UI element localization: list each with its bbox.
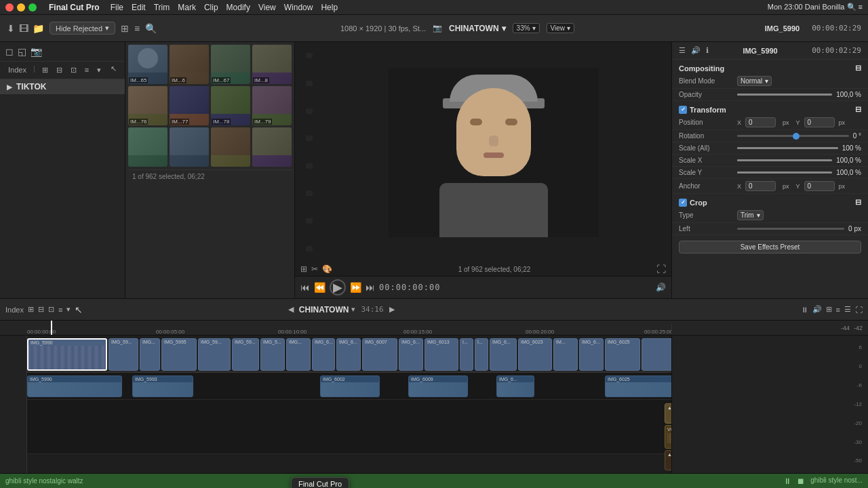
libraries-icon[interactable]: 🎞 bbox=[19, 23, 28, 34]
clip-i1[interactable]: I... bbox=[460, 338, 473, 371]
clip-img5993[interactable]: IMG_59... bbox=[108, 338, 138, 371]
timeline-tb-icon5[interactable]: ▾ bbox=[66, 305, 71, 314]
audio-clip-6x[interactable]: IMG_6... bbox=[496, 375, 534, 397]
timeline-project-chevron[interactable]: ▾ bbox=[351, 305, 355, 314]
timeline-view-icon1[interactable]: ⊞ bbox=[826, 305, 832, 314]
view-selector[interactable]: View ▾ bbox=[547, 23, 575, 33]
crop-checkbox[interactable]: ✓ bbox=[679, 199, 687, 207]
sidebar-nav-btn2[interactable]: ⊟ bbox=[54, 64, 65, 76]
preview-expand-icon[interactable]: ⛶ bbox=[656, 264, 666, 274]
clip-img-7[interactable]: IMG_5... bbox=[260, 338, 285, 371]
play-forward-icon[interactable]: ⏭ bbox=[366, 282, 375, 293]
clip-img6023[interactable]: IMG_6023 bbox=[518, 338, 552, 371]
sidebar-nav-btn5[interactable]: ▾ bbox=[94, 64, 104, 76]
browser-thumb-8[interactable]: IM...8 bbox=[252, 45, 292, 84]
sidebar-nav-btn1[interactable]: ⊞ bbox=[39, 64, 51, 76]
sidebar-icon-2[interactable]: ◱ bbox=[18, 46, 26, 57]
clip-img6025[interactable]: IMG_6025 bbox=[605, 338, 640, 371]
timeline-expand-icon[interactable]: ⛶ bbox=[855, 306, 863, 314]
preview-color-icon[interactable]: 🎨 bbox=[322, 264, 332, 274]
clip-img6013[interactable]: IMG_6013 bbox=[425, 338, 458, 371]
timeline-volume-icon[interactable]: 🔊 bbox=[812, 305, 822, 314]
menu-modify[interactable]: Modify bbox=[226, 3, 250, 12]
menu-clip[interactable]: Clip bbox=[204, 3, 218, 12]
audio-icon[interactable]: 🔊 bbox=[656, 283, 666, 292]
menu-edit[interactable]: Edit bbox=[132, 3, 146, 12]
inspector-video-icon[interactable]: ☰ bbox=[679, 46, 686, 55]
clip-img-12[interactable]: IMG_6... bbox=[399, 338, 423, 371]
audio-clip-5993[interactable]: IMG_5993 bbox=[132, 375, 193, 397]
preview-tool-icon[interactable]: ✂ bbox=[311, 264, 318, 274]
import-icon[interactable]: ⬇ bbox=[7, 23, 15, 34]
clip-img-10[interactable]: IMG_6... bbox=[336, 338, 361, 371]
browser-thumb-77[interactable]: IM...77 bbox=[170, 86, 209, 125]
vo-clip-4-wave[interactable]: VO-4 bbox=[665, 425, 671, 449]
rotation-slider[interactable] bbox=[737, 135, 849, 137]
menu-window[interactable]: Window bbox=[284, 3, 313, 12]
inspector-info-icon[interactable]: ℹ bbox=[706, 46, 709, 55]
music-stop-icon[interactable]: ⏹ bbox=[797, 476, 805, 486]
menu-trim[interactable]: Trim bbox=[154, 3, 170, 12]
browser-thumb-r3-3[interactable] bbox=[211, 127, 250, 167]
minimize-button[interactable] bbox=[17, 3, 25, 12]
timeline-tb-icon1[interactable]: ⊞ bbox=[28, 305, 34, 314]
close-button[interactable] bbox=[5, 3, 14, 12]
crop-collapse-icon[interactable]: ⊟ bbox=[855, 198, 861, 207]
sidebar-nav-index[interactable]: Index bbox=[5, 64, 29, 76]
filter-dropdown[interactable]: Hide Rejected ▾ bbox=[50, 22, 115, 35]
vo-clip-16[interactable]: ▲ VO-16 bbox=[665, 450, 671, 470]
audio-clip-6009[interactable]: IMG_6009 bbox=[408, 375, 468, 397]
timeline-view-icon3[interactable]: ☰ bbox=[844, 305, 851, 314]
clip-img6007[interactable]: IMG_6007 bbox=[362, 338, 397, 371]
timeline-view-icon2[interactable]: ≡ bbox=[836, 306, 840, 314]
sidebar-nav-btn4[interactable]: ≡ bbox=[82, 64, 92, 76]
sidebar-icon-1[interactable]: ◻ bbox=[5, 46, 14, 57]
menu-help[interactable]: Help bbox=[321, 3, 338, 12]
clip-img-19[interactable]: IMG_6... bbox=[579, 338, 604, 371]
timeline-playhead[interactable] bbox=[51, 321, 52, 335]
menu-mark[interactable]: Mark bbox=[178, 3, 196, 12]
sidebar-item-tiktok[interactable]: ▶ TIKTOK bbox=[0, 79, 125, 94]
scale-all-slider[interactable] bbox=[737, 147, 838, 149]
timeline-tb-cursor[interactable]: ↖ bbox=[75, 304, 83, 315]
clip-img-16[interactable]: IMG_6... bbox=[490, 338, 517, 371]
media-icon[interactable]: 📁 bbox=[33, 23, 44, 34]
timeline-next-icon[interactable]: ▶ bbox=[389, 305, 395, 314]
music-play-icon[interactable]: ⏸ bbox=[783, 476, 791, 486]
clip-img5995[interactable]: IMG_5995 bbox=[161, 338, 197, 371]
audio-clip-6002[interactable]: IMG_6002 bbox=[320, 375, 380, 397]
scale-x-slider[interactable] bbox=[737, 159, 832, 161]
position-y-input[interactable] bbox=[804, 117, 835, 127]
browser-thumb-r3-4[interactable] bbox=[252, 127, 292, 167]
clip-img-6[interactable]: IMG_59... bbox=[232, 338, 259, 371]
browser-thumb-r3-2[interactable] bbox=[170, 127, 209, 167]
anchor-y-input[interactable] bbox=[804, 181, 835, 191]
clip-img5990[interactable]: IMG_5990 bbox=[27, 338, 107, 371]
opacity-slider[interactable] bbox=[737, 94, 832, 96]
compositing-collapse-icon[interactable]: ⊟ bbox=[855, 64, 861, 73]
clip-img-18[interactable]: IM... bbox=[553, 338, 578, 371]
browser-thumb-79[interactable]: IM...79 bbox=[252, 86, 292, 125]
grid-view-icon[interactable]: ⊞ bbox=[121, 23, 129, 34]
browser-thumb-78[interactable]: IM...78 bbox=[211, 86, 250, 125]
play-back-icon[interactable]: ⏮ bbox=[300, 282, 310, 293]
browser-thumb-76[interactable]: IM...76 bbox=[128, 86, 167, 125]
transform-checkbox[interactable]: ✓ bbox=[679, 106, 687, 114]
browser-thumb-65[interactable]: IM...65 bbox=[128, 45, 167, 84]
menu-file[interactable]: File bbox=[111, 3, 123, 12]
crop-left-slider[interactable] bbox=[737, 228, 844, 230]
inspector-audio-icon[interactable]: 🔊 bbox=[691, 46, 701, 55]
browser-thumb-r3-1[interactable] bbox=[128, 127, 167, 167]
list-view-icon[interactable]: ≡ bbox=[134, 23, 140, 34]
zoom-selector[interactable]: 33% ▾ bbox=[513, 23, 540, 33]
project-chevron-icon[interactable]: ▾ bbox=[502, 24, 506, 33]
clip-last[interactable] bbox=[642, 338, 671, 371]
search-icon[interactable]: 🔍 bbox=[145, 23, 157, 34]
menu-view[interactable]: View bbox=[258, 3, 276, 12]
browser-thumb-6[interactable]: IM...6 bbox=[170, 45, 209, 84]
clip-img-5[interactable]: IMG_59... bbox=[198, 338, 231, 371]
timeline-tb-icon2[interactable]: ⊟ bbox=[38, 305, 44, 314]
transform-collapse-icon[interactable]: ⊟ bbox=[855, 105, 861, 114]
sidebar-nav-btn3[interactable]: ⊡ bbox=[68, 64, 79, 76]
traffic-lights[interactable] bbox=[5, 3, 37, 12]
